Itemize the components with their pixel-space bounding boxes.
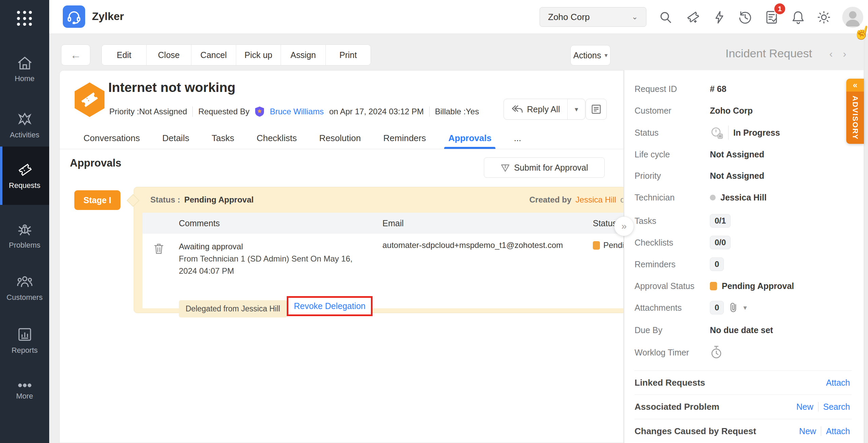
quick-actions-bolt-icon[interactable]	[711, 9, 728, 26]
linked-requests-attach-link[interactable]: Attach	[826, 378, 850, 388]
approval-comment-title: Awaiting approval	[179, 240, 353, 253]
stage-chip: Stage I	[74, 190, 120, 210]
chevron-down-icon[interactable]: ▾	[743, 304, 747, 311]
field-label: Due By	[635, 325, 662, 335]
app-launcher-icon[interactable]	[17, 11, 33, 26]
sidebar-item-label: Requests	[9, 181, 40, 190]
submit-for-approval-button[interactable]: Submit for Approval	[484, 157, 605, 178]
status-clock-pause-icon[interactable]	[710, 126, 723, 139]
brand-name: Zylker	[92, 10, 124, 23]
tasks-count-badge[interactable]: 0/1	[710, 214, 731, 228]
approval-stage-panel: Status : Pending Approval Created by Jes…	[134, 187, 624, 313]
bell-icon[interactable]	[790, 9, 807, 26]
sidebar-item-reports[interactable]: Reports	[0, 315, 49, 366]
notes-button[interactable]	[586, 99, 607, 120]
tab-approvals[interactable]: Approvals	[448, 128, 491, 149]
add-request-icon[interactable]	[684, 9, 701, 26]
advisory-collapse-icon[interactable]: «	[846, 79, 864, 92]
divider	[635, 370, 852, 371]
next-record-arrow[interactable]: ›	[843, 48, 846, 60]
field-label: Checklists	[635, 238, 673, 248]
sidebar-item-activities[interactable]: Activities	[0, 100, 49, 151]
changes-caused-attach-link[interactable]: Attach	[826, 426, 850, 436]
sidebar-item-requests[interactable]: Requests	[0, 147, 49, 205]
sidebar-item-label: More	[16, 392, 33, 401]
tab-more[interactable]: ...	[514, 128, 521, 149]
reply-all-button[interactable]: Reply All	[504, 99, 567, 119]
requester-shield-icon	[255, 106, 264, 117]
priority-text: Priority :Not Assigned	[109, 107, 187, 116]
delegated-chip: Delegated from Jessica Hill	[179, 300, 287, 317]
column-email: Email	[382, 218, 404, 228]
field-label: Attachments	[635, 303, 682, 313]
field-label: Tasks	[635, 216, 656, 226]
pickup-button[interactable]: Pick up	[236, 45, 281, 65]
delete-approval-icon[interactable]	[153, 243, 164, 255]
gear-icon[interactable]	[815, 9, 832, 26]
stopwatch-icon[interactable]	[710, 345, 723, 360]
divider	[818, 402, 818, 411]
sidebar-item-home[interactable]: Home	[0, 44, 49, 95]
associated-problem-new-link[interactable]: New	[796, 402, 813, 412]
changes-caused-new-link[interactable]: New	[799, 426, 816, 436]
field-label: Request ID	[635, 84, 677, 94]
checklists-count-badge[interactable]: 0/0	[710, 236, 731, 249]
field-status: Status In Progress	[624, 122, 864, 143]
edit-button[interactable]: Edit	[102, 45, 147, 65]
reply-options-caret[interactable]: ▾	[567, 99, 585, 119]
revoke-delegation-link[interactable]: Revoke Delegation	[294, 301, 365, 311]
linked-requests-label: Linked Requests	[635, 378, 705, 388]
tab-conversations[interactable]: Conversations	[83, 128, 140, 149]
search-icon[interactable]	[657, 9, 674, 26]
brand-logo-headset-icon[interactable]	[63, 5, 85, 28]
page-title: Incident Request	[725, 47, 812, 60]
requester-link[interactable]: Bruce Williams	[270, 107, 324, 116]
advisory-tab[interactable]: « ADVISORY	[846, 79, 864, 144]
approval-row-status: Pending	[593, 240, 624, 250]
panel-expand-button[interactable]: »	[614, 216, 634, 236]
activities-icon	[17, 112, 32, 127]
paperclip-icon[interactable]	[729, 302, 739, 313]
field-label: Approval Status	[635, 281, 695, 291]
chevron-down-icon: ▾	[604, 52, 607, 59]
divider	[635, 394, 852, 395]
approver-email: automater-sdpcloud+mspdemo_t1@zohotest.c…	[382, 240, 563, 250]
back-button[interactable]: ←	[61, 44, 90, 65]
close-button[interactable]: Close	[147, 45, 191, 65]
print-button[interactable]: Print	[326, 45, 371, 65]
field-request-id: Request ID # 68	[624, 78, 864, 100]
tab-resolution[interactable]: Resolution	[319, 128, 361, 149]
tab-reminders[interactable]: Reminders	[383, 128, 426, 149]
field-label: Reminders	[635, 259, 676, 269]
bug-icon	[17, 222, 33, 237]
tab-details[interactable]: Details	[162, 128, 189, 149]
changes-caused-row: Changes Caused by Request New Attach	[624, 420, 864, 442]
prev-record-arrow[interactable]: ‹	[829, 48, 833, 60]
history-icon[interactable]	[737, 9, 754, 26]
topbar: Zylker Zoho Corp ⌄ 1	[49, 0, 868, 34]
field-value: Zoho Corp	[710, 106, 753, 116]
assign-button[interactable]: Assign	[281, 45, 326, 65]
associated-problem-search-link[interactable]: Search	[823, 402, 850, 412]
tab-tasks[interactable]: Tasks	[212, 128, 234, 149]
cancel-button[interactable]: Cancel	[191, 45, 236, 65]
actions-dropdown-button[interactable]: Actions ▾	[570, 45, 610, 65]
requested-by-label: Requested By	[198, 107, 249, 116]
reminders-count-badge[interactable]: 0	[710, 257, 724, 271]
changes-caused-label: Changes Caused by Request	[635, 426, 756, 437]
sidebar-item-more[interactable]: More	[0, 366, 49, 417]
associated-problem-label: Associated Problem	[635, 402, 719, 412]
created-by-name[interactable]: Jessica Hill	[575, 195, 616, 205]
scrollbar-gutter[interactable]	[864, 34, 868, 443]
column-status: Status	[593, 218, 617, 228]
sidebar-item-customers[interactable]: Customers	[0, 263, 49, 314]
tab-checklists[interactable]: Checklists	[257, 128, 297, 149]
org-selector[interactable]: Zoho Corp ⌄	[540, 7, 646, 27]
field-label: Life cycle	[635, 150, 670, 159]
field-approval-status: Approval Status Pending Approval	[624, 275, 864, 297]
advisory-label: ADVISORY	[851, 96, 860, 140]
field-value: Jessica Hill	[720, 193, 767, 203]
sidebar-item-problems[interactable]: Problems	[0, 210, 49, 261]
attachments-count-badge[interactable]: 0	[710, 301, 724, 314]
field-value: Pending Approval	[722, 281, 794, 291]
